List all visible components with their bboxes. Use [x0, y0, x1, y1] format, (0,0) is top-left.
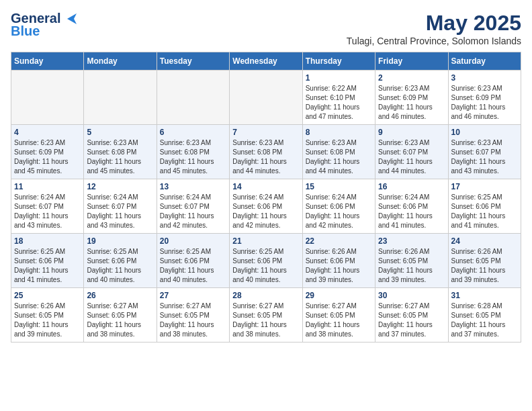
calendar-cell: 6Sunrise: 6:23 AMSunset: 6:08 PMDaylight… [157, 125, 229, 179]
day-detail: Sunrise: 6:27 AMSunset: 6:05 PMDaylight:… [378, 302, 445, 339]
day-number: 14 [232, 182, 299, 191]
day-detail: Sunrise: 6:26 AMSunset: 6:06 PMDaylight:… [306, 247, 372, 285]
calendar-header-row: SundayMondayTuesdayWednesdayThursdayFrid… [11, 52, 521, 71]
calendar-cell: 4Sunrise: 6:23 AMSunset: 6:09 PMDaylight… [11, 125, 84, 179]
day-detail: Sunrise: 6:25 AMSunset: 6:06 PMDaylight:… [451, 193, 518, 230]
calendar-cell: 17Sunrise: 6:25 AMSunset: 6:06 PMDayligh… [448, 179, 521, 234]
calendar-cell: 7Sunrise: 6:23 AMSunset: 6:08 PMDaylight… [230, 125, 302, 179]
svg-marker-0 [67, 13, 77, 24]
day-detail: Sunrise: 6:23 AMSunset: 6:09 PMDaylight:… [378, 84, 445, 122]
column-header-saturday: Saturday [448, 52, 521, 71]
day-number: 2 [378, 73, 445, 83]
day-number: 1 [306, 73, 372, 83]
day-detail: Sunrise: 6:26 AMSunset: 6:05 PMDaylight:… [14, 302, 81, 339]
day-number: 16 [378, 182, 445, 191]
day-detail: Sunrise: 6:27 AMSunset: 6:05 PMDaylight:… [306, 302, 372, 339]
day-detail: Sunrise: 6:23 AMSunset: 6:08 PMDaylight:… [87, 138, 153, 176]
day-number: 27 [160, 291, 226, 300]
day-detail: Sunrise: 6:23 AMSunset: 6:08 PMDaylight:… [306, 138, 372, 176]
calendar-week-row: 25Sunrise: 6:26 AMSunset: 6:05 PMDayligh… [11, 288, 521, 342]
day-detail: Sunrise: 6:27 AMSunset: 6:05 PMDaylight:… [160, 302, 226, 339]
calendar-cell [230, 71, 302, 125]
day-number: 19 [87, 236, 153, 246]
day-detail: Sunrise: 6:23 AMSunset: 6:07 PMDaylight:… [451, 138, 518, 176]
calendar-cell: 15Sunrise: 6:24 AMSunset: 6:06 PMDayligh… [302, 179, 375, 234]
location-subtitle: Tulagi, Central Province, Solomon Island… [347, 36, 521, 46]
column-header-thursday: Thursday [302, 52, 375, 71]
calendar-cell: 9Sunrise: 6:23 AMSunset: 6:07 PMDaylight… [375, 125, 448, 179]
month-year-title: May 2025 [347, 11, 521, 36]
day-detail: Sunrise: 6:25 AMSunset: 6:06 PMDaylight:… [160, 247, 226, 285]
day-detail: Sunrise: 6:24 AMSunset: 6:07 PMDaylight:… [87, 193, 153, 230]
day-number: 22 [306, 236, 372, 246]
calendar-cell: 3Sunrise: 6:23 AMSunset: 6:09 PMDaylight… [448, 71, 521, 125]
column-header-wednesday: Wednesday [230, 52, 302, 71]
day-number: 11 [14, 182, 81, 191]
day-number: 28 [232, 291, 299, 300]
day-detail: Sunrise: 6:24 AMSunset: 6:07 PMDaylight:… [14, 193, 81, 230]
calendar-cell: 2Sunrise: 6:23 AMSunset: 6:09 PMDaylight… [375, 71, 448, 125]
column-header-tuesday: Tuesday [157, 52, 229, 71]
day-detail: Sunrise: 6:25 AMSunset: 6:06 PMDaylight:… [87, 247, 153, 285]
calendar-cell [157, 71, 229, 125]
calendar-cell: 1Sunrise: 6:22 AMSunset: 6:10 PMDaylight… [302, 71, 375, 125]
day-number: 23 [378, 236, 445, 246]
day-detail: Sunrise: 6:23 AMSunset: 6:09 PMDaylight:… [14, 138, 81, 176]
day-detail: Sunrise: 6:24 AMSunset: 6:06 PMDaylight:… [378, 193, 445, 230]
day-number: 21 [232, 236, 299, 246]
column-header-friday: Friday [375, 52, 448, 71]
day-number: 26 [87, 291, 153, 300]
day-number: 25 [14, 291, 81, 300]
day-number: 9 [378, 128, 445, 137]
calendar-cell: 19Sunrise: 6:25 AMSunset: 6:06 PMDayligh… [84, 234, 157, 288]
day-detail: Sunrise: 6:23 AMSunset: 6:07 PMDaylight:… [378, 138, 445, 176]
calendar-cell: 28Sunrise: 6:27 AMSunset: 6:05 PMDayligh… [230, 288, 302, 342]
day-detail: Sunrise: 6:22 AMSunset: 6:10 PMDaylight:… [306, 84, 372, 122]
calendar-cell: 26Sunrise: 6:27 AMSunset: 6:05 PMDayligh… [84, 288, 157, 342]
day-detail: Sunrise: 6:25 AMSunset: 6:06 PMDaylight:… [14, 247, 81, 285]
calendar-cell: 10Sunrise: 6:23 AMSunset: 6:07 PMDayligh… [448, 125, 521, 179]
day-number: 17 [451, 182, 518, 191]
calendar-table: SundayMondayTuesdayWednesdayThursdayFrid… [11, 52, 521, 342]
day-number: 15 [306, 182, 372, 191]
calendar-cell: 29Sunrise: 6:27 AMSunset: 6:05 PMDayligh… [302, 288, 375, 342]
day-number: 8 [306, 128, 372, 137]
day-number: 4 [14, 128, 81, 137]
day-detail: Sunrise: 6:24 AMSunset: 6:06 PMDaylight:… [232, 193, 299, 230]
day-number: 7 [232, 128, 299, 137]
title-area: May 2025 Tulagi, Central Province, Solom… [347, 11, 521, 46]
calendar-cell: 14Sunrise: 6:24 AMSunset: 6:06 PMDayligh… [230, 179, 302, 234]
day-number: 31 [451, 291, 518, 300]
calendar-cell: 12Sunrise: 6:24 AMSunset: 6:07 PMDayligh… [84, 179, 157, 234]
calendar-cell: 8Sunrise: 6:23 AMSunset: 6:08 PMDaylight… [302, 125, 375, 179]
column-header-sunday: Sunday [11, 52, 84, 71]
day-number: 30 [378, 291, 445, 300]
calendar-cell: 24Sunrise: 6:26 AMSunset: 6:05 PMDayligh… [448, 234, 521, 288]
calendar-cell: 21Sunrise: 6:25 AMSunset: 6:06 PMDayligh… [230, 234, 302, 288]
calendar-cell [84, 71, 157, 125]
calendar-cell: 23Sunrise: 6:26 AMSunset: 6:05 PMDayligh… [375, 234, 448, 288]
day-number: 18 [14, 236, 81, 246]
logo: General Blue [11, 11, 77, 39]
calendar-cell: 20Sunrise: 6:25 AMSunset: 6:06 PMDayligh… [157, 234, 229, 288]
day-detail: Sunrise: 6:23 AMSunset: 6:08 PMDaylight:… [160, 138, 226, 176]
calendar-week-row: 4Sunrise: 6:23 AMSunset: 6:09 PMDaylight… [11, 125, 521, 179]
day-detail: Sunrise: 6:26 AMSunset: 6:05 PMDaylight:… [451, 247, 518, 285]
day-number: 12 [87, 182, 153, 191]
calendar-cell: 25Sunrise: 6:26 AMSunset: 6:05 PMDayligh… [11, 288, 84, 342]
day-detail: Sunrise: 6:27 AMSunset: 6:05 PMDaylight:… [87, 302, 153, 339]
calendar-cell: 27Sunrise: 6:27 AMSunset: 6:05 PMDayligh… [157, 288, 229, 342]
day-number: 29 [306, 291, 372, 300]
calendar-week-row: 1Sunrise: 6:22 AMSunset: 6:10 PMDaylight… [11, 71, 521, 125]
column-header-monday: Monday [84, 52, 157, 71]
calendar-cell: 31Sunrise: 6:28 AMSunset: 6:05 PMDayligh… [448, 288, 521, 342]
logo-bird-icon [62, 13, 77, 24]
day-number: 13 [160, 182, 226, 191]
day-number: 6 [160, 128, 226, 137]
day-number: 10 [451, 128, 518, 137]
calendar-cell: 22Sunrise: 6:26 AMSunset: 6:06 PMDayligh… [302, 234, 375, 288]
calendar-week-row: 18Sunrise: 6:25 AMSunset: 6:06 PMDayligh… [11, 234, 521, 288]
day-detail: Sunrise: 6:28 AMSunset: 6:05 PMDaylight:… [451, 302, 518, 339]
day-detail: Sunrise: 6:23 AMSunset: 6:09 PMDaylight:… [451, 84, 518, 122]
day-detail: Sunrise: 6:25 AMSunset: 6:06 PMDaylight:… [232, 247, 299, 285]
